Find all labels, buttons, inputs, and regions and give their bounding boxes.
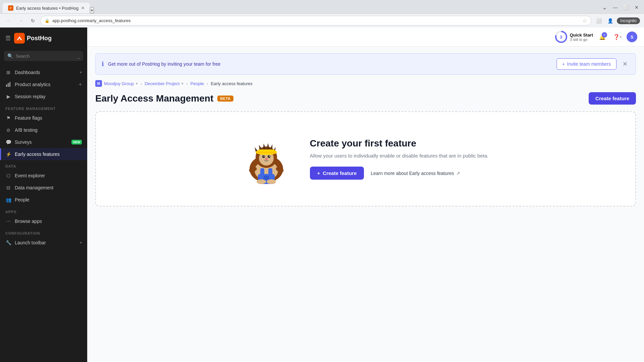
extensions-button[interactable]: ⬜ <box>594 16 603 25</box>
event-explorer-icon: ⬡ <box>5 173 11 179</box>
invite-team-members-button[interactable]: + Invite team members <box>556 58 616 70</box>
launch-toolbar-icon: 🔧 <box>5 240 11 246</box>
breadcrumb-sep-2: › <box>186 81 187 86</box>
search-shortcut: _ <box>77 54 80 59</box>
quick-start-subtitle: 3 still to go <box>570 38 593 42</box>
quick-start-title: Quick Start <box>570 33 593 38</box>
incognito-badge: Incognito <box>617 17 640 24</box>
empty-state-inner: Create your first feature Allow your use… <box>243 132 489 186</box>
browser-toolbar: ← → ↻ 🔒 ☆ ⬜ 👤 Incognito <box>0 13 644 27</box>
breadcrumb-group-chevron[interactable]: ▾ <box>136 81 138 86</box>
breadcrumb-section-label: People <box>191 81 204 86</box>
dashboards-icon: ⊞ <box>5 69 11 75</box>
sidebar-logo-area: ☰ PostHog <box>0 27 87 49</box>
sidebar-label-people: People <box>15 197 82 202</box>
quick-start-progress: 3 <box>555 31 567 43</box>
breadcrumb-project-chevron[interactable]: ▾ <box>181 81 183 86</box>
sidebar-item-feature-flags[interactable]: ⚑ Feature flags <box>0 112 87 124</box>
quick-start-text: Quick Start 3 still to go <box>570 33 593 42</box>
posthog-logo-text: PostHog <box>27 35 52 42</box>
close-window-button[interactable]: ✕ <box>632 3 641 12</box>
sidebar-item-people[interactable]: 👥 People <box>0 194 87 206</box>
sidebar-item-product-analytics[interactable]: Product analytics + <box>0 78 87 90</box>
sidebar-item-event-explorer[interactable]: ⬡ Event explorer <box>0 170 87 182</box>
minimize-button[interactable]: — <box>610 3 620 12</box>
breadcrumb-group[interactable]: M Moodjoy Group ▾ <box>95 80 138 87</box>
dashboards-chevron-icon: ▾ <box>80 70 82 75</box>
new-tab-button[interactable]: + <box>90 7 94 13</box>
sidebar-item-browse-apps[interactable]: ⋯ Browse apps <box>0 215 87 227</box>
back-button[interactable]: ← <box>4 16 13 25</box>
notification-badge: 0 <box>602 32 607 38</box>
create-first-feature-button[interactable]: + Create feature <box>310 167 364 180</box>
notifications-button[interactable]: 🔔 0 <box>597 32 608 42</box>
apps-section-label: APPS <box>0 206 87 215</box>
avatar-initials: S <box>631 35 634 40</box>
plus-icon: + <box>562 61 565 67</box>
sidebar: ☰ PostHog 🔍 Search _ ⊞ Dashboards <box>0 27 87 362</box>
product-analytics-add-icon[interactable]: + <box>79 81 82 87</box>
breadcrumb-section[interactable]: People <box>191 81 204 86</box>
sidebar-item-data-management[interactable]: ⊟ Data management <box>0 182 87 194</box>
sidebar-item-early-access[interactable]: ⚡ Early access features <box>0 148 87 160</box>
quick-start-number: 3 <box>560 35 562 40</box>
tab-close-button[interactable]: ✕ <box>81 6 85 10</box>
session-replay-icon: ▶ <box>5 94 11 100</box>
breadcrumb-project[interactable]: December Project ▾ <box>145 81 183 86</box>
invite-button-label: Invite team members <box>567 61 611 67</box>
plus-icon-btn: + <box>317 170 320 176</box>
empty-state-card: Create your first feature Allow your use… <box>95 111 636 206</box>
create-feature-button[interactable]: Create feature <box>589 92 636 105</box>
info-icon: ℹ <box>102 60 104 68</box>
group-avatar: M <box>95 80 102 87</box>
browser-tab-bar: P Early access features • PostHog ✕ + ⌄ … <box>0 0 644 13</box>
address-input[interactable] <box>52 18 580 23</box>
help-button[interactable]: ❓ ▾ <box>612 32 623 42</box>
sidebar-item-dashboards[interactable]: ⊞ Dashboards ▾ <box>0 66 87 78</box>
invite-banner: ℹ Get more out of PostHog by inviting yo… <box>95 53 636 75</box>
sidebar-item-surveys[interactable]: 💬 Surveys NEW <box>0 136 87 148</box>
profile-button[interactable]: 👤 <box>605 16 615 25</box>
user-avatar[interactable]: S <box>627 32 637 42</box>
topbar: 3 Quick Start 3 still to go 🔔 0 ❓ ▾ S <box>87 27 644 47</box>
forward-button[interactable]: → <box>16 16 25 25</box>
sidebar-item-launch-toolbar[interactable]: 🔧 Launch toolbar ▾ <box>0 237 87 249</box>
breadcrumb-project-label: December Project <box>145 81 179 86</box>
learn-more-link[interactable]: Learn more about Early access features ↗ <box>371 171 460 176</box>
reload-button[interactable]: ↻ <box>28 16 38 25</box>
browser-tab[interactable]: P Early access features • PostHog ✕ <box>3 3 90 13</box>
people-icon: 👥 <box>5 197 11 203</box>
sidebar-item-ab-testing[interactable]: ⊘ A/B testing <box>0 124 87 136</box>
sidebar-label-early-access: Early access features <box>15 152 82 157</box>
empty-state-actions: + Create feature Learn more about Early … <box>310 167 489 180</box>
restore-button[interactable]: ⌄ <box>600 3 609 12</box>
help-icon: ❓ <box>613 34 620 40</box>
surveys-new-badge: NEW <box>71 140 82 144</box>
search-placeholder: Search <box>16 54 30 59</box>
breadcrumb-group-label: Moodjoy Group <box>104 81 134 86</box>
empty-state-description: Allow your users to individually enable … <box>310 153 489 159</box>
sidebar-item-session-replay[interactable]: ▶ Session replay <box>0 90 87 103</box>
sidebar-label-feature-flags: Feature flags <box>15 115 82 121</box>
bookmark-icon[interactable]: ☆ <box>582 17 587 24</box>
learn-more-label: Learn more about Early access features <box>371 171 454 176</box>
tab-title: Early access features • PostHog <box>16 6 78 11</box>
svg-rect-1 <box>6 84 7 87</box>
browser-actions: ⬜ 👤 Incognito <box>594 16 640 25</box>
data-section-label: DATA <box>0 160 87 170</box>
breadcrumb-sep-1: › <box>141 81 142 86</box>
banner-close-button[interactable]: ✕ <box>621 60 630 68</box>
tab-favicon: P <box>8 5 13 11</box>
sidebar-label-surveys: Surveys <box>15 139 68 145</box>
svg-rect-15 <box>257 152 276 153</box>
posthog-logo[interactable]: PostHog <box>14 33 52 44</box>
page-title-row: Early Access Management BETA <box>95 93 233 104</box>
svg-rect-19 <box>264 176 269 180</box>
search-box[interactable]: 🔍 Search _ <box>4 51 83 61</box>
quick-start[interactable]: 3 Quick Start 3 still to go <box>555 31 593 43</box>
account-icon: 👤 <box>607 18 613 23</box>
hamburger-menu-button[interactable]: ☰ <box>5 35 11 42</box>
maximize-button[interactable]: ⬜ <box>621 3 631 12</box>
address-bar[interactable]: 🔒 ☆ <box>40 16 591 25</box>
svg-point-22 <box>257 179 266 184</box>
